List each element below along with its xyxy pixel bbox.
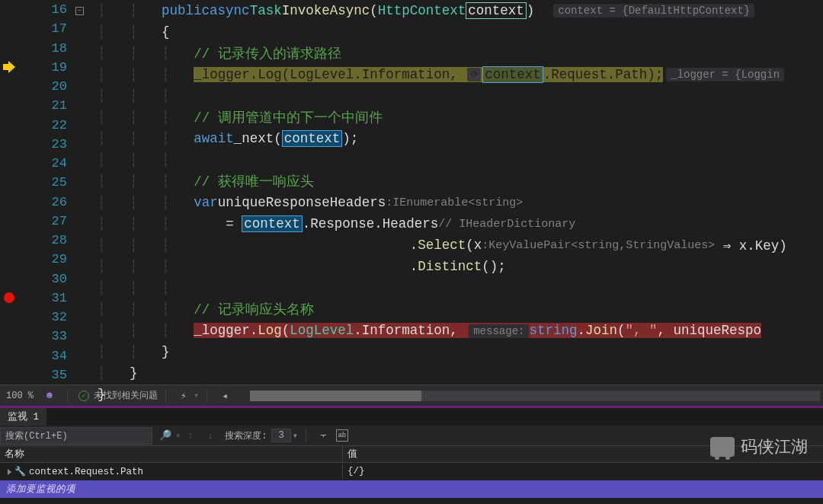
expand-icon[interactable] <box>8 469 11 475</box>
fold-icon[interactable]: − <box>75 7 84 15</box>
grid-icon[interactable]: ab <box>336 429 348 442</box>
add-watch-item[interactable]: 添加要监视的项 <box>0 480 823 498</box>
watch-value: {/} <box>343 464 823 479</box>
check-icon: ✓ <box>78 391 89 401</box>
watermark-text: 码侠江湖 <box>741 435 808 458</box>
breakpoint-icon[interactable] <box>4 292 14 303</box>
inline-value-hint: context = {DefaultHttpContext} <box>553 4 754 18</box>
watch-row[interactable]: 🔧 context.Request.Path {/} <box>0 463 823 480</box>
horizontal-scrollbar[interactable] <box>250 391 820 401</box>
zoom-level[interactable]: 100 % <box>0 391 40 401</box>
arrow-up-icon[interactable]: ↑ <box>183 428 198 443</box>
gutter: 16− 17 18 19 20 21 22 23 24 25 26 27 28 … <box>0 0 98 384</box>
refresh-icon[interactable]: ⟳ <box>467 68 481 81</box>
pin-icon[interactable]: ⫟ <box>316 428 331 443</box>
watch-search-input[interactable]: 搜索(Ctrl+E) <box>0 427 152 445</box>
watch-expression: context.Request.Path <box>29 467 143 477</box>
watch-header-row: 名称 值 <box>0 445 823 463</box>
code-content[interactable]: ┆ ┆ public async Task InvokeAsync(HttpCo… <box>98 0 823 384</box>
code-editor[interactable]: 16− 17 18 19 20 21 22 23 24 25 26 27 28 … <box>0 0 823 384</box>
brain-icon[interactable]: ☻ <box>42 388 57 404</box>
arrow-down-icon[interactable]: ↓ <box>203 428 218 443</box>
watermark: 码侠江湖 <box>710 435 808 458</box>
search-icon[interactable]: 🔎 <box>158 428 173 443</box>
inline-value-hint: _logger = {Loggin <box>666 68 784 81</box>
line-number: 16 <box>18 2 72 17</box>
search-depth-label: 搜索深度: <box>225 429 267 442</box>
search-depth-value[interactable]: 3 <box>271 429 290 442</box>
watch-tab[interactable]: 监视 1 <box>0 408 46 426</box>
wrench-icon: 🔧 <box>14 466 26 477</box>
watch-col-name-header[interactable]: 名称 <box>0 446 343 462</box>
current-line-arrow-icon <box>3 62 15 72</box>
wechat-icon <box>710 437 735 457</box>
